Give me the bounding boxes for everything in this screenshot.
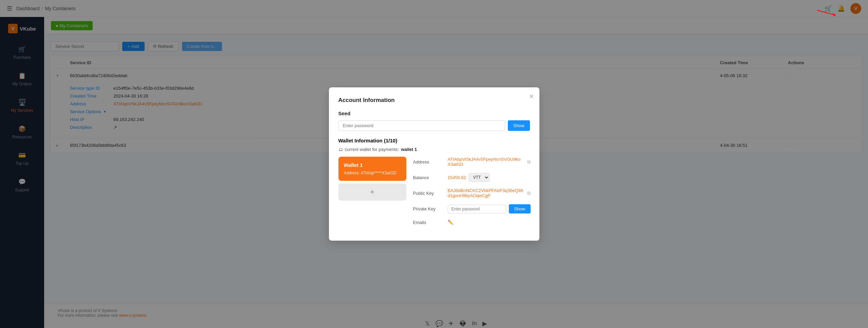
balance-row-inner: 15459.82 VTT xyxy=(448,173,490,182)
wallet-address-row: Address ATtAbpVr5kJA4v5FpeyNcnSVGU9koX3a… xyxy=(413,157,531,167)
wallet-icon: 🗂 xyxy=(338,147,343,152)
modal-close-button[interactable]: ✕ xyxy=(529,93,534,100)
private-key-input[interactable] xyxy=(448,205,506,213)
public-key-value: BAJ8dBnNCKC2VbkPPAbP3q36eQMtd1gxnH96pADq… xyxy=(448,188,523,198)
wallet-pubkey-row: Public Key BAJ8dBnNCKC2VbkPPAbP3q36eQMtd… xyxy=(413,188,531,198)
modal-overlay[interactable]: ✕ Account Information Seed Show Wallet I… xyxy=(0,0,868,328)
wallet-section-title: Wallet Information (1/10) xyxy=(338,138,530,143)
wallet-layout: Wallet 1 Address: ATtAbp*****X3atGD + Ad… xyxy=(338,157,530,231)
currency-select[interactable]: VTT xyxy=(469,173,490,182)
wallet-emails-row: Emails ✏️ xyxy=(413,220,531,225)
balance-value: 15459.82 xyxy=(448,175,466,180)
wallet-privkey-row: Private Key Show xyxy=(413,204,531,213)
wallet-info: Address ATtAbpVr5kJA4v5FpeyNcnSVGU9koX3a… xyxy=(413,157,531,231)
address-label: Address xyxy=(413,159,444,165)
address-value: ATtAbpVr5kJA4v5FpeyNcnSVGU9koX3atGD xyxy=(448,157,523,167)
seed-password-row: Show xyxy=(338,120,530,131)
wallet-current: 🗂 current wallet for payments: wallet 1 xyxy=(338,147,530,152)
account-modal: ✕ Account Information Seed Show Wallet I… xyxy=(329,87,539,241)
wallet-balance-row: Balance 15459.82 VTT xyxy=(413,173,531,182)
private-key-label: Private Key xyxy=(413,206,444,211)
modal-title: Account Information xyxy=(338,97,530,104)
balance-label: Balance xyxy=(413,175,444,180)
address-copy-icon[interactable]: ⧉ xyxy=(527,159,531,165)
seed-password-input[interactable] xyxy=(338,120,505,131)
wallet-card-1[interactable]: Wallet 1 Address: ATtAbp*****X3atGD xyxy=(338,157,406,181)
wallet-current-label: current wallet for payments: xyxy=(345,147,399,152)
public-key-label: Public Key xyxy=(413,191,444,196)
seed-title: Seed xyxy=(338,110,530,116)
private-key-input-row: Show xyxy=(448,204,531,213)
private-key-show-button[interactable]: Show xyxy=(509,204,531,213)
emails-label: Emails xyxy=(413,220,444,225)
wallet-card-1-addr: Address: ATtAbp*****X3atGD xyxy=(344,171,401,175)
wallet-section-label: Wallet Information (1/10) xyxy=(338,138,398,143)
email-edit-icon[interactable]: ✏️ xyxy=(448,220,454,225)
pubkey-copy-icon[interactable]: ⧉ xyxy=(527,190,531,196)
seed-show-button[interactable]: Show xyxy=(508,120,530,131)
wallet-list: Wallet 1 Address: ATtAbp*****X3atGD + xyxy=(338,157,406,231)
wallet-current-name: wallet 1 xyxy=(401,147,417,152)
add-wallet-button[interactable]: + xyxy=(338,184,406,201)
wallet-card-1-title: Wallet 1 xyxy=(344,162,401,168)
